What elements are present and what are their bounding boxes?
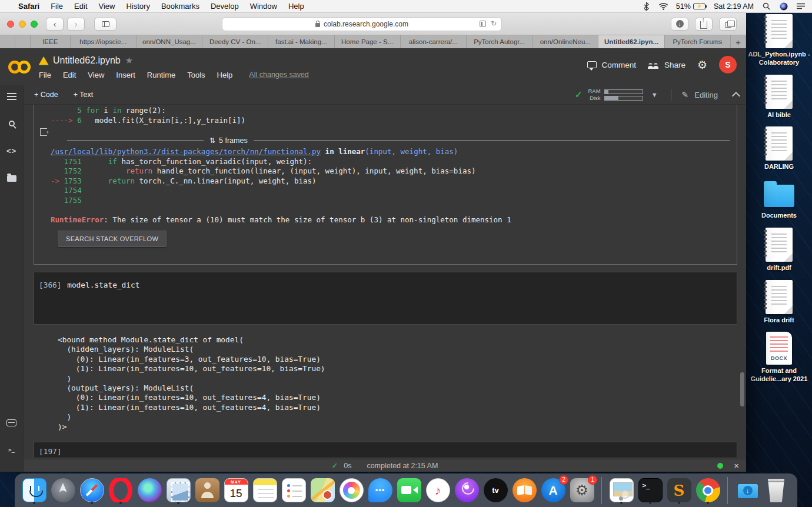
colab-menu-runtime[interactable]: Runtime (147, 71, 175, 79)
back-button[interactable]: ‹ (46, 18, 64, 31)
reload-icon[interactable]: ↻ (491, 19, 497, 28)
collapse-header-icon[interactable] (732, 92, 740, 100)
tab-ieee[interactable]: IEEE (31, 35, 71, 48)
tab-stub[interactable] (15, 35, 31, 48)
desktop-file-ai-bible[interactable]: AI bible (747, 75, 811, 119)
new-tab-button[interactable]: + (731, 35, 746, 48)
close-status-bar-icon[interactable]: × (734, 461, 739, 470)
find-replace-icon[interactable] (6, 118, 17, 129)
colab-menu-view[interactable]: View (88, 71, 104, 79)
desktop-file-flora-drift[interactable]: Flora drift (747, 280, 811, 325)
dock-itunes[interactable]: ♪ (425, 478, 450, 503)
dock-calendar[interactable]: MAY15 (224, 478, 248, 503)
dock-trash[interactable] (764, 478, 788, 503)
code-cell-197[interactable]: [197] (34, 442, 737, 458)
dock-facetime[interactable] (397, 478, 421, 503)
menubar-clock[interactable]: Sat 2:19 AM (714, 2, 754, 11)
tab-overview-button[interactable] (719, 18, 737, 31)
tab-stub[interactable] (0, 35, 15, 48)
menu-file[interactable]: File (51, 2, 63, 11)
dock-sublime-text[interactable]: S (667, 478, 691, 503)
tab-pytorch-forums[interactable]: PyTorch Forums (665, 35, 731, 48)
dock-maps[interactable] (310, 478, 335, 503)
tab-onn-usage[interactable]: onn/ONN_Usag... (137, 35, 202, 48)
desktop-file-adl-python[interactable]: ADL_Python.ipynb - Colaboratory (747, 14, 811, 67)
wifi-icon[interactable] (659, 2, 668, 11)
desktop-file-drift-pdf[interactable]: drift.pdf (747, 228, 811, 272)
menu-help[interactable]: Help (288, 2, 304, 11)
address-bar[interactable]: colab.research.google.com ↻ (222, 17, 502, 31)
save-status[interactable]: All changes saved (249, 71, 308, 79)
dock-contacts[interactable] (195, 478, 219, 503)
resource-monitor[interactable]: RAMDisk (588, 88, 643, 102)
dock-notes[interactable] (252, 478, 277, 503)
battery-indicator[interactable]: 51% ⚡ (676, 2, 705, 11)
desktop-file-format-guidelines[interactable]: DOCX Format and Guidelie...ary 2021 (747, 332, 811, 383)
menu-view[interactable]: View (99, 2, 115, 11)
bluetooth-icon[interactable] (642, 2, 651, 11)
dock-apple-tv[interactable]: tv (483, 478, 508, 503)
dock-finder[interactable] (22, 478, 46, 503)
menu-bookmarks[interactable]: Bookmarks (161, 2, 199, 11)
menu-window[interactable]: Window (250, 2, 277, 11)
spotlight-icon[interactable] (762, 2, 771, 11)
notification-center-icon[interactable] (796, 2, 805, 11)
frames-count-label[interactable]: 5 frames (219, 136, 248, 145)
zoom-window-button[interactable] (31, 21, 38, 28)
dock-launchpad[interactable] (51, 478, 75, 503)
dock-opera[interactable] (108, 478, 133, 503)
sidebar-toggle-button[interactable] (94, 18, 117, 31)
dock-messages[interactable]: ••• (368, 478, 392, 503)
settings-gear-icon[interactable]: ⚙ (697, 58, 707, 71)
tab-iopscience[interactable]: https://iopscie... (71, 35, 137, 48)
resources-dropdown-icon[interactable]: ▼ (651, 91, 658, 98)
menu-history[interactable]: History (126, 2, 149, 11)
share-notebook-button[interactable]: Share (648, 61, 685, 69)
tab-alison-carrera[interactable]: alison-carrera/... (401, 35, 467, 48)
terminal-icon[interactable]: >_ (6, 445, 17, 455)
dock-podcasts[interactable] (454, 478, 479, 503)
colab-menu-file[interactable]: File (39, 71, 51, 79)
editing-mode-label[interactable]: Editing (694, 91, 718, 99)
code-snippets-icon[interactable]: <> (6, 145, 17, 156)
dock-chrome[interactable] (695, 478, 720, 503)
files-icon[interactable] (6, 172, 17, 183)
colab-logo[interactable] (7, 54, 33, 80)
dock-terminal[interactable]: >_ (638, 478, 663, 503)
search-stack-overflow-button[interactable]: SEARCH STACK OVERFLOW (58, 231, 167, 247)
colab-menu-help[interactable]: Help (217, 71, 233, 79)
comment-button[interactable]: Comment (587, 61, 636, 69)
expand-frames-icon[interactable]: ⇅ (209, 136, 215, 145)
colab-menu-edit[interactable]: Edit (63, 71, 76, 79)
add-text-button[interactable]: + Text (74, 91, 93, 99)
code-cell-366[interactable]: [366] model.state_dict (34, 272, 737, 325)
table-of-contents-icon[interactable] (6, 91, 17, 102)
tab-online-neural[interactable]: onn/OnlineNeu... (533, 35, 598, 48)
cell-code[interactable]: model.state_dict (67, 281, 139, 289)
dock-mail[interactable] (166, 478, 191, 503)
colab-menu-insert[interactable]: Insert (116, 71, 135, 79)
desktop-file-darling[interactable]: DARLING (747, 126, 811, 171)
tab-pytorch-autograd[interactable]: PyTorch Autogr... (467, 35, 533, 48)
dock-siri[interactable] (137, 478, 162, 503)
dock-reminders[interactable] (281, 478, 306, 503)
traceback-file-link[interactable]: /usr/local/lib/python3.7/dist-packages/t… (51, 147, 321, 156)
dock-photos[interactable] (339, 478, 364, 503)
minimize-window-button[interactable] (19, 21, 26, 28)
tab-home-page[interactable]: Home Page - S... (335, 35, 401, 48)
notebook-scrollbar[interactable] (740, 372, 744, 406)
star-icon[interactable]: ★ (125, 55, 133, 66)
downloads-button[interactable]: ↓ (671, 18, 688, 31)
siri-menubar-icon[interactable] (779, 2, 788, 11)
dock-preview[interactable] (609, 478, 634, 503)
notebook-title[interactable]: Untitled62.ipynb (53, 55, 121, 66)
dock-system-preferences[interactable]: 1⚙ (570, 478, 594, 503)
tab-untitled62-active[interactable]: Untitled62.ipyn... (598, 35, 664, 48)
dock-downloads[interactable] (735, 478, 760, 503)
tab-fastai[interactable]: fast.ai - Making... (268, 35, 334, 48)
desktop-folder-documents[interactable]: Documents (747, 179, 811, 220)
colab-menu-tools[interactable]: Tools (187, 71, 205, 79)
account-avatar[interactable]: S (719, 56, 737, 74)
forward-button[interactable]: › (67, 18, 85, 31)
dock-books[interactable] (512, 478, 537, 503)
